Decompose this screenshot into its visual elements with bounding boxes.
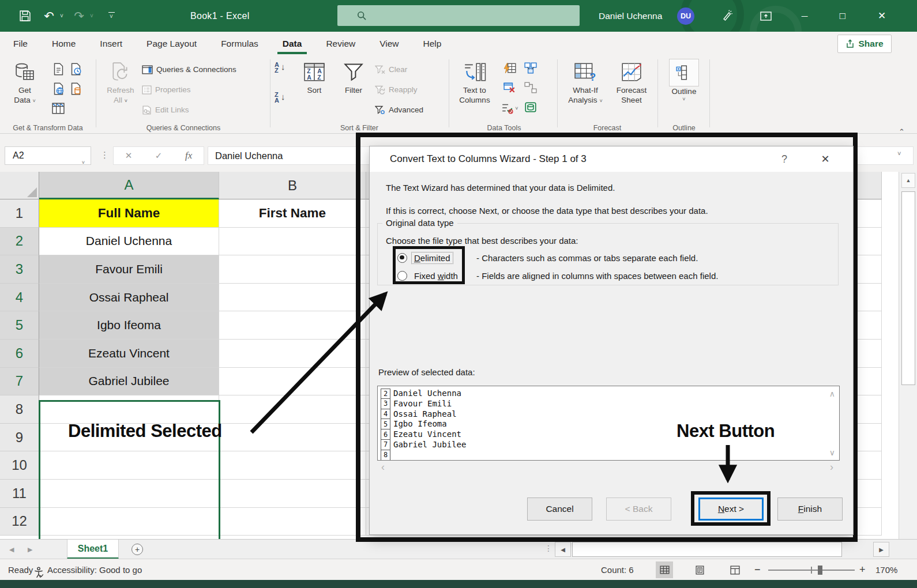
insert-function-icon[interactable]: fx: [185, 150, 192, 161]
hscroll-left-icon[interactable]: ◀: [555, 542, 571, 557]
cell-A8[interactable]: [39, 395, 219, 424]
cell-B11[interactable]: [219, 480, 366, 508]
cell-B6[interactable]: [219, 340, 366, 368]
cell-A11[interactable]: [39, 480, 219, 508]
avatar[interactable]: DU: [677, 7, 694, 25]
qat-customize-icon[interactable]: ˅: [104, 0, 119, 32]
row-header-3[interactable]: 3: [0, 255, 39, 284]
view-page-break-button[interactable]: [726, 561, 743, 578]
scroll-up-icon[interactable]: ▲: [901, 173, 915, 188]
cell-B12[interactable]: [219, 508, 366, 536]
save-icon[interactable]: [16, 0, 33, 32]
prev-sheet-icon[interactable]: ◀: [9, 540, 14, 559]
column-header-A[interactable]: A: [39, 172, 219, 199]
next-sheet-icon[interactable]: ▶: [28, 540, 32, 559]
reapply-filter-button[interactable]: Reapply: [375, 80, 423, 100]
from-text-csv-icon[interactable]: [53, 63, 64, 78]
advanced-filter-button[interactable]: Advanced: [375, 100, 423, 120]
add-sheet-button[interactable]: +: [131, 544, 143, 555]
undo-caret-icon[interactable]: ˅: [58, 0, 66, 32]
flash-fill-icon[interactable]: [503, 62, 516, 76]
expand-formula-bar-icon[interactable]: ˅: [897, 150, 901, 157]
cancel-button[interactable]: Cancel: [527, 497, 592, 521]
row-header-8[interactable]: 8: [0, 395, 39, 424]
preview-scroll-down-icon[interactable]: ∨: [829, 448, 835, 457]
cell-B3[interactable]: [219, 255, 366, 284]
row-header-6[interactable]: 6: [0, 340, 39, 368]
get-data-button[interactable]: Get Data ˅: [7, 59, 43, 106]
preview-scroll-right-icon[interactable]: ›: [830, 463, 833, 471]
delimited-radio-label[interactable]: Delimited: [412, 252, 453, 263]
fixed-width-radio[interactable]: [397, 271, 407, 281]
cell-A6[interactable]: Ezeatu Vincent: [39, 340, 219, 368]
tab-view[interactable]: View: [367, 32, 411, 56]
cell-A4[interactable]: Ossai Rapheal: [39, 284, 219, 312]
tab-data[interactable]: Data: [270, 32, 314, 56]
zoom-level[interactable]: 170%: [875, 559, 897, 581]
forecast-sheet-button[interactable]: Forecast Sheet: [610, 59, 653, 105]
redo-icon[interactable]: ↷: [70, 0, 88, 32]
cell-B5[interactable]: [219, 311, 366, 340]
undo-icon[interactable]: ↶: [40, 0, 58, 32]
horizontal-scroll-thumb[interactable]: [572, 542, 842, 557]
from-web-icon[interactable]: [53, 82, 64, 97]
zoom-in-icon[interactable]: +: [859, 559, 866, 581]
from-database-icon[interactable]: [70, 82, 81, 97]
row-header-7[interactable]: 7: [0, 368, 39, 396]
close-button[interactable]: ✕: [869, 0, 895, 32]
row-header-1[interactable]: 1: [0, 199, 39, 228]
search-box[interactable]: [337, 5, 580, 26]
properties-button[interactable]: Properties: [142, 80, 236, 100]
consolidate-icon[interactable]: [524, 62, 537, 76]
vertical-scrollbar[interactable]: ▲ ▼: [899, 172, 917, 559]
cell-A2[interactable]: Daniel Uchenna: [39, 228, 219, 256]
refresh-all-button[interactable]: Refresh All ˅: [103, 59, 138, 106]
user-name[interactable]: Daniel Uchenna: [599, 0, 662, 32]
text-to-columns-button[interactable]: Text to Columns: [456, 59, 494, 105]
tab-page-layout[interactable]: Page Layout: [134, 32, 209, 56]
dialog-help-icon[interactable]: ?: [775, 146, 794, 172]
cell-B7[interactable]: [219, 368, 366, 396]
view-page-layout-button[interactable]: [691, 561, 708, 578]
tab-insert[interactable]: Insert: [88, 32, 134, 56]
cell-B1[interactable]: First Name: [219, 199, 366, 228]
row-header-4[interactable]: 4: [0, 284, 39, 312]
row-header-9[interactable]: 9: [0, 424, 39, 452]
tab-help[interactable]: Help: [411, 32, 454, 56]
cell-B9[interactable]: [219, 424, 366, 452]
cell-B10[interactable]: [219, 451, 366, 480]
maximize-button[interactable]: □: [829, 0, 856, 32]
preview-scroll-left-icon[interactable]: ‹: [381, 463, 385, 471]
tab-home[interactable]: Home: [40, 32, 88, 56]
row-header-10[interactable]: 10: [0, 451, 39, 480]
tab-formulas[interactable]: Formulas: [209, 32, 270, 56]
row-header-12[interactable]: 12: [0, 508, 39, 536]
next-button[interactable]: Next >: [698, 497, 764, 521]
name-box[interactable]: A2 ˅: [5, 146, 91, 165]
minimize-button[interactable]: ─: [791, 0, 818, 32]
view-normal-button[interactable]: [656, 561, 673, 578]
data-validation-icon[interactable]: ˅: [501, 103, 518, 114]
cell-A5[interactable]: Igbo Ifeoma: [39, 311, 219, 340]
delimited-radio[interactable]: [397, 253, 407, 263]
confirm-entry-icon[interactable]: ✓: [155, 150, 163, 161]
tab-file[interactable]: File: [1, 32, 40, 56]
back-button[interactable]: < Back: [606, 497, 671, 521]
what-if-analysis-button[interactable]: ? What-If Analysis ˅: [564, 59, 607, 106]
share-button[interactable]: Share: [837, 35, 892, 53]
tab-split-dots[interactable]: ⋮: [544, 544, 553, 553]
tab-review[interactable]: Review: [314, 32, 367, 56]
preview-scroll-up-icon[interactable]: ∧: [829, 390, 835, 398]
zoom-out-icon[interactable]: −: [754, 559, 761, 581]
redo-caret-icon[interactable]: ˅: [88, 0, 96, 32]
vertical-scroll-thumb[interactable]: [901, 191, 915, 385]
cell-B8[interactable]: [219, 395, 366, 424]
sort-za-button[interactable]: ZA↓: [275, 92, 285, 103]
cell-A10[interactable]: [39, 451, 219, 480]
sort-az-button[interactable]: AZ↓: [275, 62, 285, 73]
search-input[interactable]: [362, 10, 552, 21]
relationships-icon[interactable]: [524, 82, 537, 96]
ribbon-display-options-icon[interactable]: [754, 0, 777, 32]
cell-B2[interactable]: [219, 228, 366, 256]
recent-sources-icon[interactable]: [70, 63, 81, 78]
